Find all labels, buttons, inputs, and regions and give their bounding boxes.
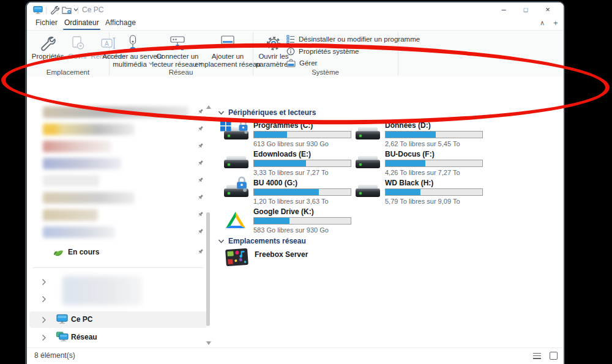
capacity-bar <box>385 131 483 138</box>
pin-icon[interactable] <box>196 176 204 185</box>
drive-donnees-d[interactable]: Données (D:) 2,62 To libres sur 5,45 To <box>356 121 496 149</box>
drive-free-space: 1,20 To libres sur 3,63 To <box>253 198 329 205</box>
redacted-pinned-item[interactable] <box>43 175 99 187</box>
section-peripheriques[interactable]: Périphériques et lecteurs <box>218 108 316 117</box>
new-folder-icon[interactable] <box>62 6 72 14</box>
hard-drive-bitlocker-icon <box>224 181 252 201</box>
button-label: multimédia <box>113 61 153 69</box>
sidebar-scrollbar[interactable] <box>204 76 212 348</box>
collapse-ribbon-icon[interactable]: ∧ <box>540 19 545 27</box>
pin-icon[interactable] <box>196 159 204 168</box>
icons-view-icon[interactable] <box>550 352 558 360</box>
drive-free-space: 2,62 To libres sur 5,45 To <box>385 140 460 147</box>
redacted-pinned-item[interactable] <box>43 124 135 135</box>
section-emplacements-reseau[interactable]: Emplacements réseau <box>218 237 306 245</box>
drive-free-space: 583 Go libres sur 930 Go <box>253 226 329 234</box>
scroll-up-icon[interactable] <box>206 105 211 109</box>
gerer-button[interactable]: Gérer <box>286 58 317 68</box>
section-title: Périphériques et lecteurs <box>228 108 316 117</box>
pin-icon[interactable] <box>196 193 204 202</box>
redacted-pinned-item[interactable] <box>43 192 135 204</box>
computer-icon <box>56 314 68 324</box>
group-label-reseau: Réseau <box>109 69 253 76</box>
network-item-freebox-server[interactable]: Freebox Server <box>224 245 365 272</box>
window-title: Ce PC <box>82 2 103 18</box>
sidebar-item-label: Ce PC <box>71 315 92 324</box>
pin-icon[interactable] <box>196 248 204 256</box>
content-area: En cours Ce PC Réseau <box>27 76 564 348</box>
pin-icon[interactable] <box>196 125 204 133</box>
pin-icon[interactable] <box>196 228 204 236</box>
ouvrir-button[interactable]: Ouvrir <box>65 34 91 61</box>
wrench-icon[interactable] <box>50 6 59 15</box>
maximize-button[interactable]: □ <box>516 2 536 18</box>
redacted-tree-items[interactable] <box>62 276 142 305</box>
drive-free-space: 613 Go libres sur 930 Go <box>253 140 329 147</box>
pin-icon[interactable] <box>196 108 204 116</box>
network-drive-icon <box>168 34 187 53</box>
redacted-pinned-item[interactable] <box>43 209 98 221</box>
redacted-pinned-item[interactable] <box>43 141 111 152</box>
scrollbar-thumb[interactable] <box>206 212 210 326</box>
desinstaller-programme-button[interactable]: Désinstaller ou modifier un programme <box>286 34 420 44</box>
close-button[interactable]: × <box>538 2 558 18</box>
status-bar: 8 élément(s) <box>27 347 564 364</box>
network-item-label: Freebox Server <box>255 250 308 259</box>
drive-free-space: 5,79 To libres sur 9,09 To <box>385 198 460 205</box>
redacted-pinned-item[interactable] <box>43 226 115 238</box>
expand-icon[interactable]: + <box>553 18 558 28</box>
tab-fichier[interactable]: Fichier <box>33 18 60 29</box>
chevron-right-icon[interactable] <box>40 316 47 324</box>
drive-name: Edownloads (E:) <box>253 150 311 158</box>
info-icon <box>286 47 295 56</box>
drive-google-drive-k[interactable]: Google Drive (K:) 583 Go libres sur 930 … <box>224 207 365 236</box>
drive-bu-docus-f[interactable]: BU-Docus (F:) 4,26 To libres sur 7,27 To <box>356 150 496 178</box>
network-icon <box>56 332 69 342</box>
button-label: Ouvrir les <box>258 53 288 61</box>
tab-ordinateur[interactable]: Ordinateur <box>62 18 102 29</box>
button-label: Propriétés <box>32 53 64 61</box>
hard-drive-icon <box>356 152 384 172</box>
drive-free-space: 4,26 To libres sur 7,27 To <box>385 169 460 176</box>
button-label: Ajouter un <box>212 53 244 61</box>
chevron-right-icon[interactable] <box>40 278 47 286</box>
in-progress-leaf-icon <box>53 247 64 257</box>
pin-icon[interactable] <box>196 210 204 219</box>
drive-edownloads-e[interactable]: Edownloads (E:) 3,33 To libres sur 7,27 … <box>224 150 365 178</box>
drive-name: BU 4000 (G:) <box>253 179 297 187</box>
section-title: Emplacements réseau <box>228 237 306 245</box>
drive-name: Programmes (C:) <box>253 121 313 130</box>
sidebar-item-reseau[interactable]: Réseau <box>29 329 207 346</box>
chevron-right-icon[interactable] <box>40 295 47 303</box>
redacted-pinned-item[interactable] <box>43 106 188 118</box>
drive-bu4000-g[interactable]: BU 4000 (G:) 1,20 To libres sur 3,63 To <box>224 179 365 207</box>
sidebar-item-ce-pc[interactable]: Ce PC <box>29 311 207 328</box>
scroll-down-icon[interactable] <box>206 341 211 345</box>
drive-name: Google Drive (K:) <box>253 207 314 216</box>
drive-name: WD Black (H:) <box>385 179 433 187</box>
uninstall-program-icon <box>286 35 295 43</box>
capacity-bar <box>385 160 483 167</box>
chevron-right-icon[interactable] <box>40 334 47 341</box>
chevron-down-icon[interactable] <box>218 238 225 245</box>
minimize-button[interactable]: – <box>494 2 513 18</box>
title-bar: | | Ce PC – □ × <box>27 2 564 18</box>
drive-wd-black-h[interactable]: WD Black (H:) 5,79 To libres sur 9,09 To <box>356 179 496 207</box>
capacity-bar <box>253 188 351 196</box>
pin-icon[interactable] <box>196 142 204 150</box>
proprietes-systeme-button[interactable]: Propriétés système <box>286 46 359 56</box>
hard-drive-icon <box>356 124 384 143</box>
tab-affichage[interactable]: Affichage <box>103 18 138 29</box>
details-view-icon[interactable] <box>533 353 541 359</box>
drive-programmes-c[interactable]: Programmes (C:) 613 Go libres sur 930 Go <box>224 121 365 149</box>
proprietes-button[interactable]: Propriétés <box>31 34 65 61</box>
google-drive-icon <box>224 210 252 229</box>
files-pane: Périphériques et lecteurs Programmes (C:… <box>213 76 564 348</box>
bitlocker-lock-icon <box>237 119 249 134</box>
sidebar-item-en-cours[interactable]: En cours <box>53 245 99 259</box>
hard-drive-icon <box>356 181 384 201</box>
redacted-pinned-item[interactable] <box>43 158 121 169</box>
chevron-down-icon[interactable] <box>218 110 225 116</box>
link-label: Propriétés système <box>299 48 359 55</box>
ajouter-emplacement-reseau-button[interactable]: Ajouter un emplacement réseau <box>193 34 263 69</box>
